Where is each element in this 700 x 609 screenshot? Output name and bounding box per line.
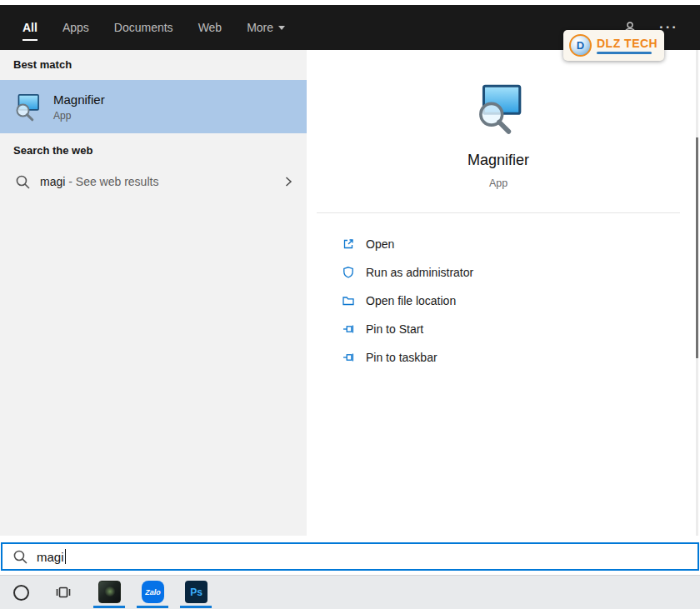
running-indicator — [180, 606, 212, 608]
best-match-subtitle: App — [53, 110, 105, 122]
chevron-right-icon — [282, 175, 295, 188]
tab-all[interactable]: All — [22, 21, 38, 34]
magnifier-app-icon — [12, 92, 42, 122]
dlz-subtitle-bar — [597, 52, 652, 54]
pin-icon — [342, 322, 355, 336]
preview-divider — [317, 212, 680, 213]
chevron-down-icon — [278, 26, 285, 30]
tab-web-label: Web — [198, 21, 222, 34]
best-match-text: Magnifier App — [53, 92, 105, 122]
results-panel: Best match Magnifier App Search the web — [0, 50, 307, 536]
dlz-title: DLZ TECH — [597, 37, 658, 50]
zalo-label: Zalo — [145, 588, 161, 597]
web-result-query: magi — [40, 175, 65, 188]
section-search-web: Search the web — [13, 144, 92, 157]
action-open-file-location-label: Open file location — [366, 294, 456, 307]
action-pin-to-taskbar[interactable]: Pin to taskbar — [307, 343, 690, 372]
taskbar: Zalo Ps — [0, 575, 700, 609]
action-pin-to-start[interactable]: Pin to Start — [307, 315, 690, 343]
tab-documents-label: Documents — [114, 21, 173, 34]
dlz-text-block: DLZ TECH — [597, 37, 658, 54]
web-result-suffix: - See web results — [65, 175, 158, 188]
section-best-match: Best match — [13, 58, 72, 71]
action-run-as-admin-label: Run as administrator — [366, 266, 473, 279]
preview-panel: Magnifier App Open Run as administrator — [307, 50, 690, 536]
search-icon — [12, 549, 28, 564]
tab-apps[interactable]: Apps — [62, 21, 89, 34]
text-caret — [65, 549, 66, 564]
best-match-title: Magnifier — [53, 92, 105, 107]
windows-search-flyout: All Apps Documents Web More ··· D — [0, 0, 700, 609]
folder-icon — [342, 294, 355, 307]
best-match-result-magnifier[interactable]: Magnifier App — [0, 80, 307, 133]
scrollbar-thumb[interactable] — [696, 137, 698, 358]
pin-icon — [342, 351, 355, 364]
search-icon — [15, 174, 30, 189]
tab-documents[interactable]: Documents — [114, 21, 173, 34]
action-open[interactable]: Open — [307, 230, 690, 258]
web-result-magi[interactable]: magi - See web results — [0, 165, 307, 198]
search-input[interactable]: magi — [1, 542, 699, 571]
dlz-tech-watermark: D DLZ TECH — [563, 30, 664, 61]
web-result-text: magi - See web results — [40, 174, 158, 189]
magnifier-app-icon-large — [471, 80, 526, 135]
tab-more-label: More — [247, 21, 273, 34]
shield-icon — [342, 266, 355, 279]
running-indicator — [137, 606, 168, 608]
action-pin-to-taskbar-label: Pin to taskbar — [366, 351, 438, 364]
taskbar-app-icon-1[interactable] — [98, 581, 121, 603]
action-open-file-location[interactable]: Open file location — [307, 287, 690, 315]
running-indicator — [93, 606, 125, 608]
action-open-label: Open — [366, 237, 394, 251]
dlz-monogram: D — [577, 39, 584, 52]
cortana-circle-icon — [13, 585, 29, 601]
action-pin-to-start-label: Pin to Start — [366, 322, 423, 336]
photoshop-app-icon[interactable]: Ps — [185, 581, 208, 603]
open-icon — [342, 237, 355, 251]
preview-app-subtitle: App — [307, 177, 690, 189]
task-view-button[interactable] — [53, 582, 73, 602]
cortana-button[interactable] — [12, 583, 30, 602]
photoshop-label: Ps — [190, 587, 202, 598]
preview-app-title: Magnifier — [307, 152, 690, 169]
action-list: Open Run as administrator Open file loca… — [307, 230, 690, 372]
tab-apps-label: Apps — [62, 21, 89, 34]
tab-more[interactable]: More — [247, 21, 285, 34]
zalo-app-icon[interactable]: Zalo — [142, 581, 164, 603]
tab-all-label: All — [22, 21, 38, 34]
search-input-value: magi — [37, 550, 64, 564]
action-run-as-admin[interactable]: Run as administrator — [307, 258, 690, 287]
tab-web[interactable]: Web — [198, 21, 222, 34]
dlz-globe-icon: D — [569, 34, 592, 57]
